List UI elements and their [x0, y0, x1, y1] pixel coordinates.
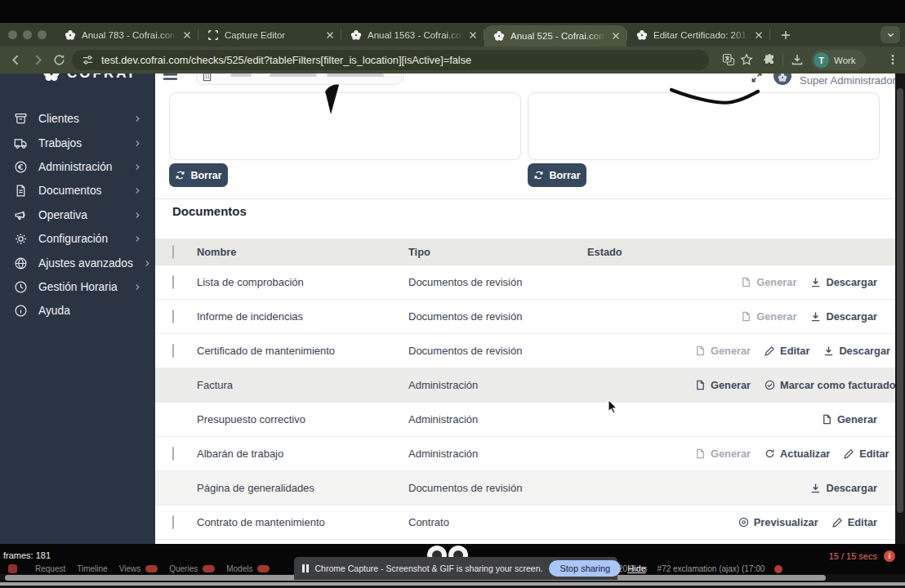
close-tab-icon[interactable]: [612, 32, 620, 40]
new-tab-button[interactable]: [781, 30, 791, 40]
action-editar[interactable]: Editar: [832, 516, 877, 528]
clear-signature-left-button[interactable]: Borrar: [169, 163, 228, 187]
action-marcar-como-facturado[interactable]: Marcar como facturado: [765, 379, 896, 391]
signature-pad-right[interactable]: [528, 92, 880, 160]
select-all-checkbox[interactable]: [172, 245, 174, 259]
debugbar-item-views[interactable]: Views: [119, 564, 141, 573]
doc-type: Documentos de revisión: [408, 482, 587, 494]
debugbar-item-queries[interactable]: Queries: [169, 564, 198, 573]
tab-search-button[interactable]: [880, 26, 900, 43]
section-title: Documentos: [172, 204, 247, 218]
download-icon: [810, 311, 821, 322]
url-text[interactable]: test.dev.cofrai.com/checks/525/edit?tabl…: [101, 54, 471, 66]
sidebar-item-trabajos[interactable]: Trabajos: [0, 131, 155, 154]
close-tab-icon[interactable]: [326, 31, 334, 39]
sidebar-item-documentos[interactable]: Documentos: [0, 179, 155, 203]
debugbar-item-timeline[interactable]: Timeline: [77, 564, 107, 573]
cofrai-favicon: [65, 29, 76, 41]
file-icon: [695, 380, 706, 390]
doc-name: Informe de incidencias: [197, 310, 408, 323]
brand[interactable]: COFRAI: [42, 74, 135, 82]
downloads-icon[interactable]: [791, 53, 804, 66]
signature-pad-left[interactable]: [169, 92, 521, 160]
minimize-window-icon[interactable]: [23, 30, 32, 39]
debugbar-item-models[interactable]: Models: [226, 564, 252, 573]
hamburger-icon[interactable]: [163, 74, 178, 80]
breadcrumb-fragment: [230, 74, 252, 77]
browser-tab-anual-525-cofrai-com-softw[interactable]: Anual 525 - Cofrai.com Softw: [484, 25, 626, 47]
checkbox-cell: [172, 516, 197, 528]
table-header-row: NombreTipoEstado: [155, 238, 905, 265]
user-avatar[interactable]: [773, 74, 791, 85]
forward-icon[interactable]: [31, 53, 45, 67]
site-info-icon[interactable]: [82, 54, 94, 66]
action-label: Descargar: [826, 310, 877, 323]
row-checkbox[interactable]: [172, 447, 174, 461]
browser-tab-anual-1563-cofrai-com-soft[interactable]: Anual 1563 - Cofrai.com Soft: [341, 23, 484, 47]
check-circle-icon: [765, 380, 775, 390]
action-generar[interactable]: Generar: [741, 310, 796, 323]
header-divider: [403, 74, 403, 82]
action-previsualizar[interactable]: Previsualizar: [738, 516, 818, 528]
extension-puzzle-icon[interactable]: [763, 53, 776, 66]
action-generar[interactable]: Generar: [822, 413, 877, 425]
maximize-window-icon[interactable]: [38, 30, 47, 39]
browser-tab-editar-certificado-201-cofra[interactable]: Editar Certificado: 201 - Cofra: [627, 23, 769, 47]
checkbox-cell: [172, 345, 197, 357]
action-editar[interactable]: Editar: [765, 345, 809, 357]
doc-name: Página de generalidades: [197, 482, 408, 494]
bookmark-star-icon[interactable]: [740, 53, 753, 66]
close-window-icon[interactable]: [8, 30, 17, 39]
vertical-scrollbar[interactable]: [895, 74, 905, 544]
doc-type: Administración: [408, 413, 587, 425]
doc-type: Documentos de revisión: [408, 276, 587, 288]
stop-sharing-button[interactable]: Stop sharing: [549, 560, 621, 577]
action-descargar[interactable]: Descargar: [810, 276, 877, 288]
row-checkbox[interactable]: [172, 344, 174, 358]
sharing-message: Chrome Capture - Screenshot & GIF is sha…: [315, 564, 543, 573]
hide-link[interactable]: Hide: [627, 564, 646, 573]
table-row-factura: FacturaAdministraciónGenerarMarcar como …: [155, 368, 905, 403]
sidebar-item-ajustes-avanzados[interactable]: Ajustes avanzados: [0, 251, 155, 274]
sidebar-item-operativa[interactable]: Operativa: [0, 203, 155, 227]
action-descargar[interactable]: Descargar: [810, 482, 877, 494]
action-descargar[interactable]: Descargar: [810, 310, 877, 323]
sidebar-item-gestion-horaria[interactable]: Gestión Horaria: [0, 275, 155, 299]
scrollbar-thumb[interactable]: [897, 88, 903, 513]
action-descargar[interactable]: Descargar: [823, 345, 890, 357]
action-generar[interactable]: Generar: [695, 448, 751, 460]
doc-name: Certificado de mantenimiento: [197, 345, 408, 357]
row-checkbox[interactable]: [172, 275, 174, 289]
row-actions: GenerarDescargar: [695, 310, 877, 323]
row-checkbox[interactable]: [172, 515, 174, 529]
sync-icon: [533, 170, 544, 180]
back-icon[interactable]: [9, 53, 23, 67]
action-label: Descargar: [839, 345, 890, 357]
clear-signature-right-button[interactable]: Borrar: [528, 163, 586, 187]
action-generar[interactable]: Generar: [695, 379, 751, 391]
sync-icon: [175, 170, 185, 180]
close-tab-icon[interactable]: [755, 31, 763, 39]
close-tab-icon[interactable]: [183, 31, 191, 39]
browser-tab-capture-editor[interactable]: Capture Editor: [198, 23, 341, 47]
kebab-menu-icon[interactable]: [887, 53, 898, 66]
translate-icon[interactable]: [722, 53, 735, 66]
profile-chip[interactable]: T Work: [811, 50, 866, 70]
browser-tab-anual-783-cofrai-com-softw[interactable]: Anual 783 - Cofrai.com Softw: [56, 23, 198, 47]
action-generar[interactable]: Generar: [741, 276, 796, 288]
action-actualizar[interactable]: Actualizar: [765, 448, 830, 460]
sidebar-item-ayuda[interactable]: Ayuda: [0, 299, 155, 323]
reload-icon[interactable]: [52, 53, 66, 67]
action-editar[interactable]: Editar: [844, 448, 889, 460]
close-tab-icon[interactable]: [469, 31, 477, 39]
sidebar-item-configuracion[interactable]: Configuración: [0, 227, 155, 251]
fullscreen-icon[interactable]: [751, 74, 763, 83]
address-bar[interactable]: test.dev.cofrai.com/checks/525/edit?tabl…: [72, 50, 709, 70]
cofrai-favicon: [350, 29, 362, 41]
action-generar[interactable]: Generar: [695, 345, 751, 357]
sidebar-item-clientes[interactable]: Clientes: [0, 107, 155, 131]
sidebar-item-label: Administración: [38, 161, 123, 173]
debugbar-item-request[interactable]: Request: [35, 564, 65, 573]
row-checkbox[interactable]: [172, 310, 174, 323]
sidebar-item-administracion[interactable]: Administración: [0, 155, 155, 179]
